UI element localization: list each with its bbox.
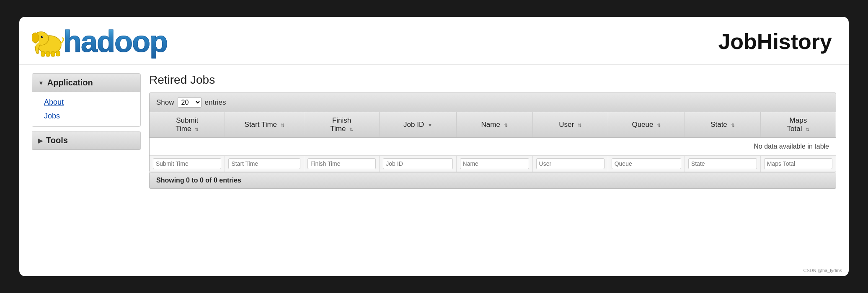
section-title: Retired Jobs — [149, 73, 836, 87]
col-maps-total[interactable]: MapsTotal ⇅ — [760, 112, 836, 138]
sidebar-header-application[interactable]: ▼ Application — [32, 74, 140, 92]
svg-rect-8 — [56, 51, 60, 56]
show-label: Show — [156, 98, 174, 107]
main-content: Retired Jobs Show 10 20 50 100 entries — [149, 73, 836, 189]
watermark: CSDN @ha_lydms — [803, 268, 842, 273]
filter-submit-time[interactable] — [153, 158, 221, 169]
no-data-message: No data available in table — [150, 138, 836, 156]
filter-cell-queue — [608, 156, 685, 172]
sidebar-section-application: ▼ Application About Jobs — [32, 73, 141, 127]
svg-rect-7 — [51, 51, 55, 57]
showing-text: Showing 0 to 0 of 0 entries — [156, 177, 241, 184]
filter-user[interactable] — [536, 158, 604, 169]
sidebar-application-links: About Jobs — [32, 92, 140, 126]
show-entries-bar: Show 10 20 50 100 entries — [149, 93, 836, 112]
filter-job-id[interactable] — [383, 158, 452, 169]
col-user[interactable]: User ⇅ — [532, 112, 608, 138]
sort-icon-job-id: ▼ — [428, 123, 432, 128]
sort-icon-start-time: ⇅ — [281, 123, 284, 128]
filter-cell-name — [456, 156, 532, 172]
filter-cell-maps-total — [760, 156, 836, 172]
filter-name[interactable] — [460, 158, 529, 169]
sidebar-application-label: Application — [47, 78, 93, 87]
sidebar: ▼ Application About Jobs ▶ Tools — [32, 73, 141, 189]
entries-suffix: entries — [205, 98, 226, 107]
hadoop-logo-text: hadoop — [63, 24, 167, 59]
svg-rect-6 — [46, 51, 50, 57]
col-state[interactable]: State ⇅ — [685, 112, 760, 138]
hadoop-logo: hadoop — [32, 24, 167, 59]
sort-icon-submit-time: ⇅ — [195, 127, 199, 132]
content-area: ▼ Application About Jobs ▶ Tools Retired… — [19, 65, 849, 197]
col-submit-time[interactable]: SubmitTime ⇅ — [150, 112, 225, 138]
filter-state[interactable] — [688, 158, 757, 169]
jobs-table: SubmitTime ⇅ Start Time ⇅ FinishTime ⇅ J… — [150, 112, 836, 172]
col-finish-time[interactable]: FinishTime ⇅ — [304, 112, 379, 138]
filter-start-time[interactable] — [228, 158, 300, 169]
entries-select[interactable]: 10 20 50 100 — [178, 97, 202, 108]
filter-row — [150, 156, 836, 172]
sort-icon-finish-time: ⇅ — [349, 127, 353, 132]
logo-area: hadoop — [32, 24, 167, 59]
sidebar-section-tools: ▶ Tools — [32, 131, 141, 150]
col-name[interactable]: Name ⇅ — [456, 112, 532, 138]
filter-queue[interactable] — [612, 158, 681, 169]
tools-arrow-icon: ▶ — [38, 137, 43, 144]
svg-point-2 — [32, 33, 39, 43]
filter-cell-user — [532, 156, 608, 172]
sidebar-tools-label: Tools — [46, 136, 68, 145]
no-data-row: No data available in table — [150, 138, 836, 156]
col-job-id[interactable]: Job ID ▼ — [380, 112, 456, 138]
svg-point-3 — [41, 36, 43, 38]
page-title: JobHistory — [718, 29, 832, 54]
app-container: hadoop JobHistory ▼ Application About Jo… — [19, 17, 849, 276]
sidebar-header-tools[interactable]: ▶ Tools — [32, 131, 140, 150]
filter-cell-job-id — [380, 156, 456, 172]
svg-point-4 — [42, 36, 43, 37]
filter-maps-total[interactable] — [764, 158, 832, 169]
filter-cell-submit-time — [150, 156, 225, 172]
sort-icon-maps-total: ⇅ — [806, 127, 809, 132]
elephant-icon — [32, 26, 65, 57]
application-arrow-icon: ▼ — [38, 80, 44, 86]
filter-finish-time[interactable] — [307, 158, 376, 169]
sort-icon-name: ⇅ — [504, 123, 508, 128]
filter-cell-finish-time — [304, 156, 379, 172]
sort-icon-user: ⇅ — [578, 123, 581, 128]
showing-bar: Showing 0 to 0 of 0 entries — [149, 172, 836, 189]
sidebar-link-about[interactable]: About — [32, 95, 140, 109]
col-start-time[interactable]: Start Time ⇅ — [225, 112, 304, 138]
table-header-row: SubmitTime ⇅ Start Time ⇅ FinishTime ⇅ J… — [150, 112, 836, 138]
filter-cell-state — [685, 156, 760, 172]
sort-icon-queue: ⇅ — [657, 123, 661, 128]
col-queue[interactable]: Queue ⇅ — [608, 112, 685, 138]
header: hadoop JobHistory — [19, 17, 849, 65]
data-table-wrapper: SubmitTime ⇅ Start Time ⇅ FinishTime ⇅ J… — [149, 112, 836, 172]
filter-cell-start-time — [225, 156, 304, 172]
sidebar-link-jobs[interactable]: Jobs — [32, 109, 140, 123]
svg-rect-5 — [41, 51, 45, 57]
sort-icon-state: ⇅ — [731, 123, 735, 128]
